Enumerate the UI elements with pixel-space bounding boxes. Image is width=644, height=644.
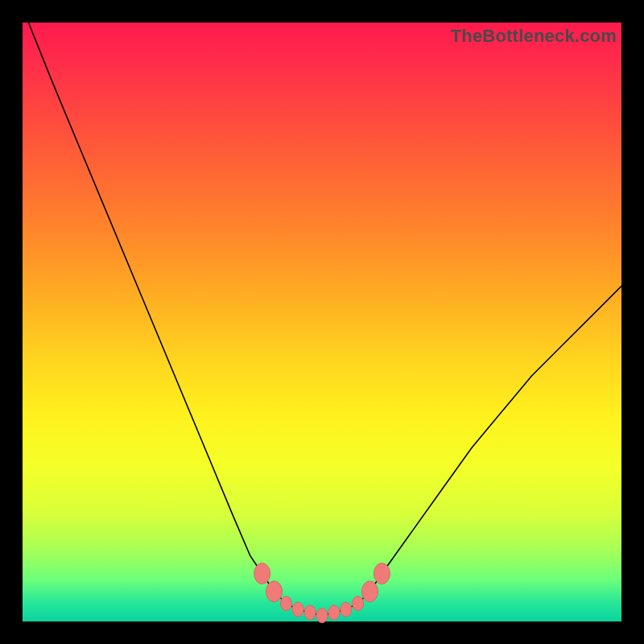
bottleneck-curve xyxy=(28,23,621,616)
marker-point xyxy=(266,581,283,602)
marker-point xyxy=(280,597,291,611)
marker-point xyxy=(292,602,303,617)
plot-area: TheBottleneck.com xyxy=(23,23,621,621)
marker-point xyxy=(353,597,364,611)
marker-point xyxy=(341,602,352,617)
curve-svg xyxy=(23,23,621,621)
marker-point xyxy=(254,564,270,584)
marker-point xyxy=(374,564,390,584)
chart-frame: TheBottleneck.com xyxy=(0,0,644,644)
marker-group xyxy=(254,564,390,623)
marker-point xyxy=(304,605,316,620)
marker-point xyxy=(328,605,340,620)
marker-point xyxy=(316,609,328,623)
marker-point xyxy=(362,581,378,602)
